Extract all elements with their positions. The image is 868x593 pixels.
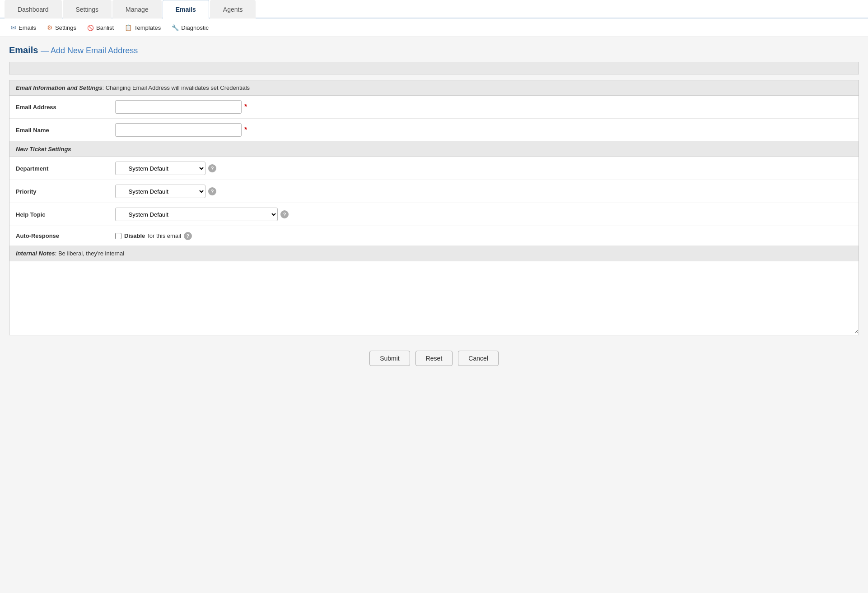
subnav-settings-label: Settings — [55, 24, 76, 31]
help-topic-help-icon[interactable]: ? — [280, 210, 289, 218]
subnav-templates-label: Templates — [134, 24, 161, 31]
help-topic-field: — System Default — ? — [115, 208, 852, 221]
subnav-banlist[interactable]: Banlist — [83, 23, 118, 33]
auto-response-checkbox[interactable] — [115, 233, 121, 239]
priority-row: Priority — System Default — ? — [9, 180, 859, 203]
auto-response-help-icon[interactable]: ? — [184, 232, 192, 240]
help-topic-select[interactable]: — System Default — — [115, 208, 278, 221]
auto-response-disable-text: Disable — [124, 232, 145, 239]
priority-help-icon[interactable]: ? — [208, 187, 216, 195]
subnav-emails-label: Emails — [19, 24, 36, 31]
subnav-emails[interactable]: Emails — [6, 22, 41, 33]
top-navigation: Dashboard Settings Manage Emails Agents — [0, 0, 868, 19]
email-info-header: Email Information and Settings: Changing… — [9, 80, 859, 96]
reset-button[interactable]: Reset — [415, 351, 453, 366]
subnav-banlist-label: Banlist — [96, 24, 114, 31]
email-name-input[interactable] — [115, 123, 242, 137]
internal-notes-header: Internal Notes: Be liberal, they're inte… — [9, 246, 859, 261]
department-field: — System Default — ? — [115, 162, 852, 175]
department-label: Department — [16, 165, 115, 172]
new-ticket-header: New Ticket Settings — [9, 142, 859, 157]
priority-select[interactable]: — System Default — — [115, 185, 205, 198]
subnav-diagnostic-label: Diagnostic — [181, 24, 209, 31]
email-address-required: * — [244, 103, 247, 111]
email-name-row: Email Name * — [9, 119, 859, 142]
grey-bar — [9, 62, 859, 74]
help-topic-label: Help Topic — [16, 211, 115, 218]
help-topic-row: Help Topic — System Default — ? — [9, 203, 859, 226]
page-title-main: Emails — [9, 45, 38, 55]
subnav-diagnostic[interactable]: Diagnostic — [167, 23, 213, 33]
priority-label: Priority — [16, 188, 115, 195]
subnav-templates[interactable]: Templates — [120, 23, 165, 33]
submit-button[interactable]: Submit — [369, 351, 410, 366]
tab-settings[interactable]: Settings — [63, 0, 112, 19]
auto-response-label: Auto-Response — [16, 232, 115, 239]
settings-icon — [47, 24, 53, 31]
email-icon — [11, 24, 16, 31]
department-help-icon[interactable]: ? — [208, 164, 216, 172]
email-address-row: Email Address * — [9, 96, 859, 119]
banlist-icon — [87, 24, 94, 31]
email-name-label: Email Name — [16, 127, 115, 134]
auto-response-checkbox-label: Disable for this email — [115, 232, 181, 239]
cancel-button[interactable]: Cancel — [458, 351, 499, 366]
subnav-settings[interactable]: Settings — [42, 22, 81, 33]
page-title-subtitle: — Add New Email Address — [41, 46, 138, 55]
email-name-required: * — [244, 126, 247, 134]
email-address-input[interactable] — [115, 100, 242, 114]
templates-icon — [125, 24, 132, 31]
tab-emails[interactable]: Emails — [163, 0, 209, 19]
auto-response-field: Disable for this email ? — [115, 232, 852, 240]
page-title: Emails — Add New Email Address — [9, 45, 859, 56]
email-address-label: Email Address — [16, 104, 115, 111]
diagnostic-icon — [172, 24, 179, 31]
tab-dashboard[interactable]: Dashboard — [5, 0, 62, 19]
auto-response-row: Auto-Response Disable for this email ? — [9, 226, 859, 246]
tab-manage[interactable]: Manage — [112, 0, 162, 19]
page-content: Emails — Add New Email Address Email Inf… — [0, 37, 868, 383]
department-select[interactable]: — System Default — — [115, 162, 205, 175]
priority-field: — System Default — ? — [115, 185, 852, 198]
email-name-field: * — [115, 123, 852, 137]
form-buttons: Submit Reset Cancel — [9, 342, 859, 375]
auto-response-suffix: for this email — [148, 232, 181, 239]
tab-agents[interactable]: Agents — [210, 0, 256, 19]
internal-notes-textarea[interactable] — [9, 261, 859, 334]
sub-navigation: Emails Settings Banlist Templates Diagno… — [0, 19, 868, 37]
department-row: Department — System Default — ? — [9, 157, 859, 180]
email-form-card: Email Information and Settings: Changing… — [9, 80, 859, 335]
email-address-field: * — [115, 100, 852, 114]
